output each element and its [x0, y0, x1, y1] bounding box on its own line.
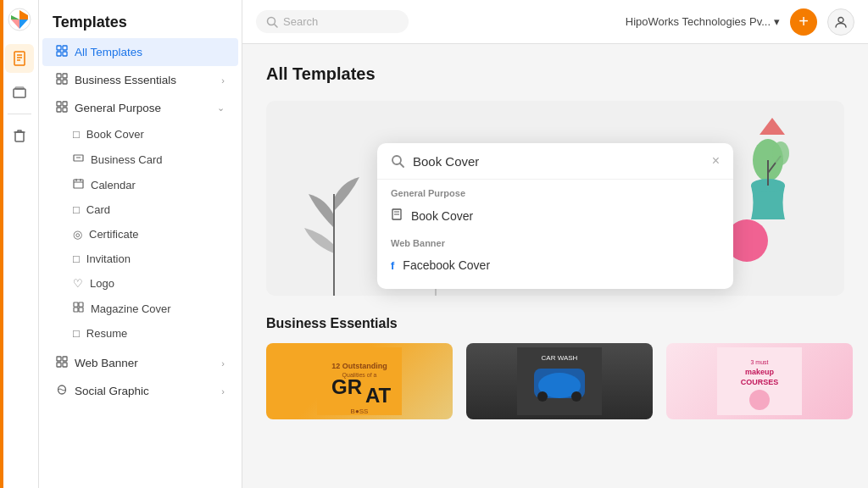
svg-rect-31 [57, 357, 61, 361]
svg-rect-19 [57, 108, 61, 112]
sidebar-item-logo[interactable]: ♡ Logo [42, 271, 238, 296]
search-overlay-input-row: × [377, 143, 733, 180]
svg-text:AT: AT [365, 384, 392, 407]
svg-rect-30 [79, 308, 83, 312]
main-area: HipoWorks Technologies Pv... ▾ + All Tem… [242, 0, 868, 488]
company-chevron: ▾ [774, 15, 780, 28]
sidebar-item-social-graphic[interactable]: Social Graphic › [42, 377, 238, 405]
svg-text:B●SS: B●SS [351, 408, 369, 415]
svg-text:makeup: makeup [745, 368, 775, 376]
content-area: All Templates [242, 44, 868, 488]
invitation-label: Invitation [86, 252, 131, 265]
svg-rect-2 [14, 52, 25, 65]
svg-rect-6 [14, 89, 25, 97]
svg-rect-29 [74, 308, 78, 312]
svg-text:CAR WASH: CAR WASH [542, 354, 578, 362]
web-banner-chevron: › [221, 358, 225, 369]
topbar-search-input[interactable] [283, 15, 393, 28]
svg-text:3 must: 3 must [750, 359, 768, 365]
svg-text:COURSES: COURSES [741, 378, 779, 386]
web-banner-label: Web Banner [75, 357, 214, 369]
svg-point-62 [537, 391, 548, 402]
svg-rect-28 [79, 302, 83, 307]
invitation-icon: □ [73, 252, 80, 265]
svg-point-37 [838, 17, 843, 22]
svg-rect-17 [57, 102, 61, 106]
web-banner-icon [56, 356, 68, 370]
svg-rect-13 [57, 74, 61, 78]
search-overlay: × General Purpose Book Cover Web Banner [377, 143, 733, 289]
sidebar-item-invitation[interactable]: □ Invitation [42, 247, 238, 271]
search-result-facebook-cover[interactable]: f Facebook Cover [377, 252, 733, 279]
svg-rect-10 [63, 46, 67, 50]
sidebar-item-web-banner[interactable]: Web Banner › [42, 349, 238, 377]
social-graphic-icon [56, 384, 68, 398]
svg-line-47 [400, 164, 403, 167]
card-icon: □ [73, 203, 80, 216]
page-title: All Templates [266, 64, 844, 84]
sidebar-item-card[interactable]: □ Card [42, 197, 238, 222]
calendar-icon [73, 178, 84, 191]
sidebar-item-resume[interactable]: □ Resume [42, 321, 238, 346]
business-essentials-chevron: › [221, 75, 225, 86]
app-logo[interactable] [7, 7, 32, 32]
search-section-general-purpose: General Purpose [377, 180, 733, 202]
svg-point-44 [772, 141, 789, 165]
template-card-car-wash[interactable]: CAR WASH [466, 343, 653, 419]
search-overlay-input[interactable] [413, 154, 704, 169]
sidebar-item-book-cover[interactable]: □ Book Cover [42, 122, 238, 147]
svg-rect-15 [57, 80, 61, 84]
template-cards-row: 12 Outstanding Qualities of a GR AT B●SS… [266, 343, 844, 419]
sidebar-item-general-purpose[interactable]: General Purpose ⌄ [42, 94, 238, 122]
svg-rect-16 [63, 80, 67, 84]
facebook-result-icon: f [391, 259, 394, 272]
sidebar-icon-layers[interactable] [5, 78, 34, 107]
general-purpose-label: General Purpose [75, 102, 210, 114]
search-icon [266, 16, 278, 28]
logo-label: Logo [90, 277, 114, 290]
sidebar-item-business-card[interactable]: Business Card [42, 147, 238, 172]
sidebar-item-business-essentials[interactable]: Business Essentials › [42, 66, 238, 94]
svg-rect-11 [57, 52, 61, 56]
svg-rect-12 [63, 52, 67, 56]
svg-rect-33 [57, 363, 61, 367]
book-cover-label: Book Cover [86, 128, 144, 141]
sidebar-item-certificate[interactable]: ◎ Certificate [42, 222, 238, 247]
svg-rect-20 [63, 108, 67, 112]
icon-bar [0, 0, 39, 488]
general-purpose-chevron: ⌄ [217, 103, 225, 114]
svg-text:GR: GR [331, 375, 362, 398]
user-icon [834, 15, 848, 29]
company-name: HipoWorks Technologies Pv... ▾ [626, 15, 780, 28]
hero-banner: Create beautiful documents × General Pur… [266, 101, 844, 296]
svg-rect-23 [74, 180, 83, 188]
business-essentials-icon [56, 73, 68, 87]
search-overlay-icon [391, 154, 404, 168]
book-cover-result-icon [391, 208, 403, 223]
certificate-label: Certificate [89, 228, 139, 241]
add-new-button[interactable]: + [790, 8, 817, 36]
resume-icon: □ [73, 327, 80, 340]
svg-text:12 Outstanding: 12 Outstanding [331, 362, 387, 370]
search-result-book-cover[interactable]: Book Cover [377, 202, 733, 230]
card-label: Card [86, 203, 110, 216]
calendar-label: Calendar [91, 179, 136, 191]
search-box[interactable] [256, 10, 409, 33]
sidebar-item-calendar[interactable]: Calendar [42, 172, 238, 197]
sidebar-item-all-templates[interactable]: All Templates [42, 38, 238, 66]
svg-point-63 [571, 391, 581, 402]
user-profile-button[interactable] [827, 8, 854, 36]
sidebar-item-magazine-cover[interactable]: Magazine Cover [42, 296, 238, 321]
template-card-boss[interactable]: 12 Outstanding Qualities of a GR AT B●SS [266, 343, 453, 419]
sidebar-icon-page[interactable] [5, 44, 34, 73]
business-essentials-section-title: Business Essentials [266, 316, 844, 331]
general-purpose-icon [56, 101, 68, 115]
svg-rect-8 [15, 132, 24, 141]
sidebar-icon-trash[interactable] [5, 121, 34, 150]
social-graphic-label: Social Graphic [75, 385, 214, 397]
svg-rect-27 [74, 302, 78, 307]
svg-rect-32 [63, 357, 67, 361]
book-cover-result-label: Book Cover [411, 209, 473, 223]
search-overlay-close-icon[interactable]: × [712, 153, 720, 169]
template-card-makeup[interactable]: 3 must makeup COURSES [666, 343, 853, 419]
